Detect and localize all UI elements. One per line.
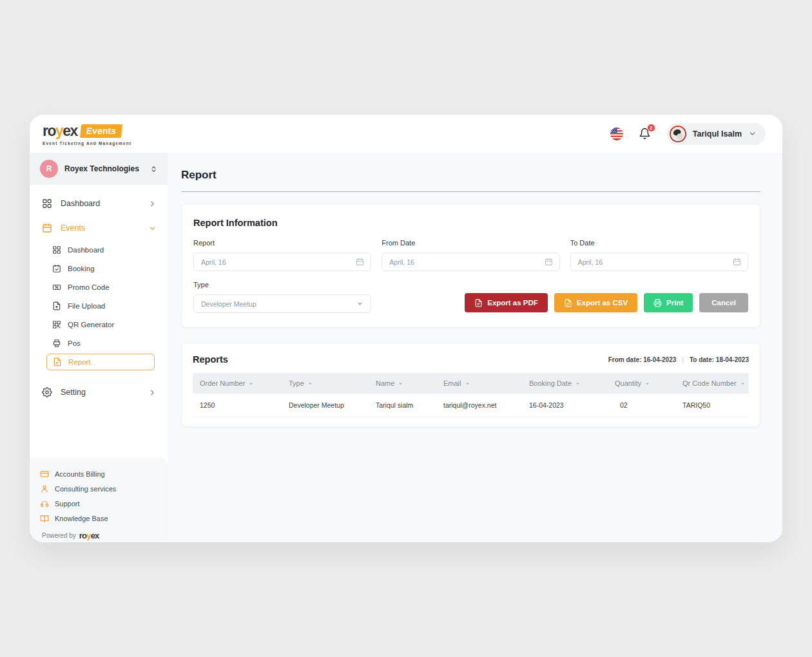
column-header-qr-code-number[interactable]: Qr Code Number [682,379,749,387]
sidebar-subitem-report[interactable]: Report [46,354,155,370]
column-header-booking-date[interactable]: Booking Date [529,379,615,387]
sidebar-subitem-dashboard[interactable]: Dashboard [30,240,168,259]
to-date-label: To Date [570,239,748,247]
from-date-field: From Date April, 16 [382,239,559,271]
sidebar-subitem-label: QR Generator [68,321,114,328]
print-button[interactable]: Print [644,293,693,312]
cell-booking-date: 16-04-2023 [529,401,615,409]
powered-by: Powered by royex [40,531,157,540]
user-avatar [670,126,686,142]
cancel-button[interactable]: Cancel [699,293,748,312]
printer-icon [653,299,662,307]
sidebar-footer: Accounts Billing Consulting services Sup… [30,457,168,542]
to-date-text: To date: 18-04-2023 [690,356,749,363]
footer-link-consulting-services[interactable]: Consulting services [40,481,157,496]
calendar-icon [545,258,553,266]
sidebar-subitem-qr-generator[interactable]: QR Generator [30,315,168,334]
column-header-name[interactable]: Name [376,379,443,387]
sidebar-item-label: Setting [61,388,86,397]
title-divider [181,191,760,192]
sidebar-item-setting[interactable]: Setting [30,380,168,405]
cell-quantity: 02 [615,401,682,409]
footer-link-accounts-billing[interactable]: Accounts Billing [40,466,157,481]
brand-logo: royex Events Event Ticketing And Managem… [43,122,131,146]
notification-count-badge: 2 [647,124,655,132]
app-window: royex Events Event Ticketing And Managem… [30,115,782,542]
qr-code-icon [52,320,61,329]
export-pdf-button[interactable]: Export as PDF [465,293,548,312]
reports-table: Order Number Type Name Email Booking Dat… [193,373,749,417]
column-header-order-number[interactable]: Order Number [200,379,289,387]
cell-name: Tariqul sialm [376,401,443,409]
footer-link-support[interactable]: Support [40,496,157,511]
sidebar-subitem-pos[interactable]: Pos [30,334,168,352]
sidebar-item-dashboard[interactable]: Dashboard [30,191,168,216]
org-avatar: R [40,160,58,178]
calendar-check-icon [52,264,61,273]
org-switcher[interactable]: R Royex Technologies [30,153,168,185]
sort-icon [465,381,470,386]
sidebar-subitem-file-upload[interactable]: File Upload [30,296,168,315]
sort-icon [248,381,254,386]
notifications-bell-icon[interactable]: 2 [639,128,651,140]
gear-icon [42,387,52,397]
report-information-title: Report Information [193,218,748,228]
sidebar-item-events[interactable]: Events [30,216,168,240]
type-select[interactable]: Developer Meetup [193,294,371,313]
chevron-down-icon [148,224,157,233]
sidebar-subitem-label: Booking [68,265,95,272]
headset-icon [40,499,49,508]
cell-email: tariqul@royex.net [443,401,529,409]
table-row: 1250 Developer Meetup Tariqul sialm tari… [193,394,749,417]
to-date-field: To Date April, 16 [570,239,748,271]
date-separator: | [682,356,684,363]
caret-down-icon [356,300,364,308]
grid-icon [42,198,52,209]
powered-by-logo: royex [79,531,99,540]
chevron-right-icon [148,388,157,397]
from-date-input[interactable]: April, 16 [382,252,559,271]
footer-link-label: Support [55,500,80,508]
sidebar-subitem-label: File Upload [68,302,105,310]
column-header-quantity[interactable]: Quantity [615,379,682,387]
sidebar-subitem-booking[interactable]: Booking [30,259,168,278]
cell-qr-code: TARIQ50 [682,401,749,409]
export-csv-button[interactable]: Export as CSV [554,293,637,312]
footer-link-label: Knowledge Base [55,515,108,522]
report-date-input[interactable]: April, 16 [193,252,371,271]
footer-link-label: Accounts Billing [55,470,105,478]
column-header-type[interactable]: Type [289,379,376,387]
chevrons-up-down-icon[interactable] [150,165,158,173]
report-information-card: Report Information Report April, 16 From… [181,204,760,328]
sidebar-menu: Dashboard Events Dashboard Booking [30,185,168,457]
sidebar-subitem-label: Pos [68,339,81,347]
calendar-icon [356,258,364,266]
user-menu[interactable]: Tariqul Isalm [666,123,766,145]
ticket-percent-icon [52,283,61,292]
to-date-input[interactable]: April, 16 [570,252,748,271]
language-flag-icon[interactable] [610,128,623,140]
calendar-icon [42,223,52,233]
cell-order-number: 1250 [200,401,289,409]
sort-icon [575,381,581,386]
main-content: Report Report Information Report April, … [168,153,782,542]
from-date-label: From Date [382,239,559,247]
sort-icon [307,381,313,386]
calendar-icon [733,258,741,266]
reports-date-range: From date: 16-04-2023 | To date: 18-04-2… [608,356,749,363]
reports-card: Reports From date: 16-04-2023 | To date:… [181,343,760,427]
sidebar-subitem-label: Promo Code [68,283,110,291]
reports-title: Reports [193,354,228,365]
sidebar: R Royex Technologies Dashboard Events [30,153,168,542]
sort-icon [644,381,650,386]
footer-link-knowledge-base[interactable]: Knowledge Base [40,511,157,526]
file-upload-icon [52,301,61,310]
report-field-label: Report [193,239,371,247]
sidebar-item-label: Events [61,224,85,233]
brand-wordmark: royex [43,122,77,140]
sidebar-subitem-promo-code[interactable]: Promo Code [30,278,168,296]
sort-icon [398,381,403,386]
sidebar-subitem-label: Report [68,358,91,366]
chevron-down-icon [748,129,757,138]
column-header-email[interactable]: Email [443,379,529,387]
